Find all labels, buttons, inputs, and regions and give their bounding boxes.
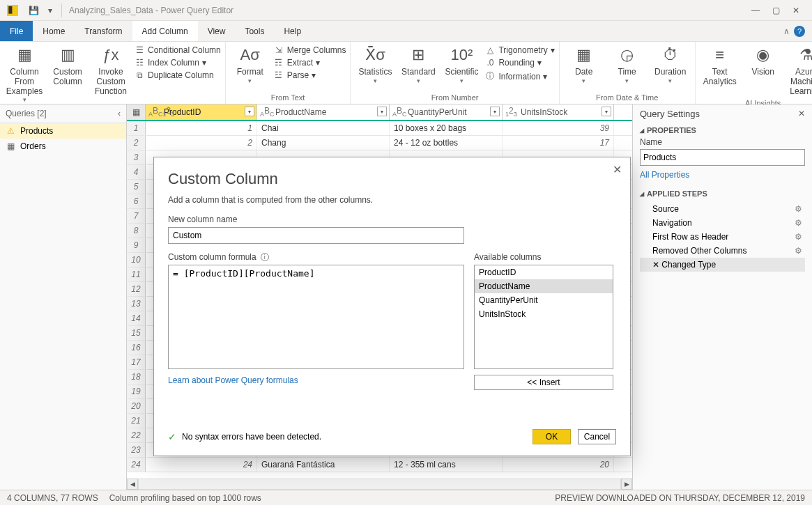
row-number: 3	[127, 150, 146, 164]
data-type-icon[interactable]: ABC	[260, 107, 275, 118]
row-number: 11	[127, 267, 146, 281]
new-column-name-input[interactable]	[168, 227, 464, 244]
column-header-unitsinstock[interactable]: 123UnitsInStock▾	[503, 104, 614, 120]
row-number: 2	[127, 136, 146, 150]
time-button[interactable]: ◶Time▾	[607, 43, 648, 86]
help-icon[interactable]: ?	[794, 26, 805, 37]
tab-view[interactable]: View	[198, 21, 236, 41]
azure-ml-button[interactable]: ⚗Azure Machine Learning	[786, 43, 812, 98]
scroll-right-icon[interactable]: ▶	[621, 479, 632, 490]
conditional-column-button[interactable]: ☰Conditional Column	[134, 45, 221, 56]
extract-button[interactable]: ☶Extract ▾	[273, 57, 346, 68]
index-icon: ☷	[134, 58, 145, 68]
available-column-item[interactable]: ProductID	[475, 265, 613, 279]
parse-button[interactable]: ☳Parse ▾	[273, 70, 346, 81]
rounding-button[interactable]: .0Rounding ▾	[484, 57, 554, 68]
information-button[interactable]: ⓘInformation ▾	[484, 70, 554, 83]
query-name-input[interactable]	[640, 149, 805, 166]
applied-step[interactable]: Navigation⚙	[640, 216, 805, 230]
data-type-icon[interactable]: ABC123	[148, 107, 174, 118]
collapse-ribbon-icon[interactable]: ∧	[783, 26, 790, 36]
column-header-productid[interactable]: ABC123ProductID▾	[146, 104, 257, 120]
gear-icon[interactable]: ⚙	[795, 246, 802, 256]
index-column-button[interactable]: ☷Index Column ▾	[134, 57, 221, 68]
column-filter-icon[interactable]: ▾	[602, 107, 611, 116]
new-column-name-label: New column name	[168, 215, 616, 224]
scroll-left-icon[interactable]: ◀	[127, 479, 138, 490]
row-number: 19	[127, 384, 146, 398]
dialog-close-icon[interactable]: ✕	[613, 163, 622, 176]
vision-button[interactable]: ◉Vision	[743, 43, 783, 79]
scientific-button[interactable]: 10²Scientific▾	[441, 43, 482, 86]
all-properties-link[interactable]: All Properties	[640, 170, 805, 180]
column-from-examples-button[interactable]: ▦Column From Examples▾	[4, 43, 45, 105]
column-filter-icon[interactable]: ▾	[377, 107, 387, 116]
date-button[interactable]: ▦Date▾	[564, 43, 604, 86]
column-header-productname[interactable]: ABCProductName▾	[257, 104, 390, 120]
applied-step[interactable]: First Row as Header⚙	[640, 230, 805, 244]
column-header-quantityperunit[interactable]: ABCQuantityPerUnit▾	[390, 104, 503, 120]
qat-dropdown-icon[interactable]: ▾	[43, 3, 57, 17]
maximize-button[interactable]: ▢	[772, 6, 780, 15]
available-column-item[interactable]: UnitsInStock	[475, 307, 613, 321]
gear-icon[interactable]: ⚙	[795, 218, 802, 228]
query-item-orders[interactable]: ▦Orders	[0, 139, 126, 154]
text-analytics-button[interactable]: ≡Text Analytics	[700, 43, 740, 88]
format-button[interactable]: AσFormat▾	[230, 43, 270, 86]
row-number: 8	[127, 224, 146, 238]
data-type-icon[interactable]: ABC	[392, 107, 407, 118]
table-icon[interactable]: ▦	[127, 104, 146, 120]
tab-home[interactable]: Home	[33, 21, 75, 41]
learn-formulas-link[interactable]: Learn about Power Query formulas	[168, 375, 464, 385]
settings-close-icon[interactable]: ✕	[798, 109, 805, 118]
available-column-item[interactable]: QuantityPerUnit	[475, 293, 613, 307]
tab-add-column[interactable]: Add Column	[132, 21, 198, 41]
close-button[interactable]: ✕	[792, 6, 799, 15]
table-row[interactable]: 22Chang24 - 12 oz bottles17	[127, 136, 632, 150]
check-icon: ✓	[168, 431, 176, 442]
column-examples-icon: ▦	[14, 45, 35, 65]
ok-button[interactable]: OK	[533, 429, 571, 444]
warning-icon: ⚠	[7, 126, 15, 136]
horizontal-scrollbar[interactable]: ◀ ▶	[127, 479, 632, 490]
formula-input[interactable]	[168, 265, 464, 369]
available-columns-list[interactable]: ProductIDProductNameQuantityPerUnitUnits…	[474, 265, 613, 369]
gear-icon[interactable]: ⚙	[795, 232, 802, 242]
insert-button[interactable]: << Insert	[474, 375, 613, 390]
row-number: 24	[127, 458, 146, 472]
custom-column-button[interactable]: ▥Custom Column	[47, 43, 88, 88]
table-row[interactable]: 11Chai10 boxes x 20 bags39	[127, 121, 632, 136]
tab-file[interactable]: File	[0, 21, 33, 41]
tab-tools[interactable]: Tools	[235, 21, 274, 41]
statistics-button[interactable]: X̄σStatistics▾	[355, 43, 395, 86]
applied-step[interactable]: Source⚙	[640, 202, 805, 216]
duration-button[interactable]: ⏱Duration▾	[650, 43, 691, 86]
name-label: Name	[640, 137, 805, 147]
gear-icon[interactable]: ⚙	[795, 204, 802, 214]
row-number: 17	[127, 355, 146, 369]
cancel-button[interactable]: Cancel	[578, 429, 616, 444]
merge-columns-button[interactable]: ⇲Merge Columns	[273, 45, 346, 56]
available-column-item[interactable]: ProductName	[475, 279, 613, 293]
column-filter-icon[interactable]: ▾	[490, 107, 500, 116]
formula-info-icon[interactable]: i	[261, 253, 269, 261]
applied-step[interactable]: ✕ Changed Type	[640, 258, 805, 272]
table-row[interactable]: 2424Guaraná Fantástica12 - 355 ml cans20	[127, 458, 632, 472]
properties-section-header[interactable]: PROPERTIES	[640, 126, 805, 134]
queries-collapse-icon[interactable]: ‹	[118, 109, 121, 118]
column-filter-icon[interactable]: ▾	[245, 107, 254, 116]
data-type-icon[interactable]: 123	[505, 107, 517, 118]
query-item-products[interactable]: ⚠Products	[0, 123, 126, 139]
applied-steps-section-header[interactable]: APPLIED STEPS	[640, 189, 805, 198]
applied-step[interactable]: Removed Other Columns⚙	[640, 244, 805, 258]
invoke-custom-function-button[interactable]: ƒxInvoke Custom Function	[91, 43, 131, 98]
duplicate-column-button[interactable]: ⧉Duplicate Column	[134, 70, 221, 81]
trigonometry-button[interactable]: △Trigonometry ▾	[484, 45, 554, 56]
standard-icon: ⊞	[408, 45, 429, 65]
tab-help[interactable]: Help	[274, 21, 311, 41]
row-number: 14	[127, 311, 146, 325]
minimize-button[interactable]: —	[751, 6, 760, 15]
save-icon[interactable]: 💾	[26, 3, 40, 17]
standard-button[interactable]: ⊞Standard▾	[398, 43, 438, 86]
tab-transform[interactable]: Transform	[75, 21, 132, 41]
